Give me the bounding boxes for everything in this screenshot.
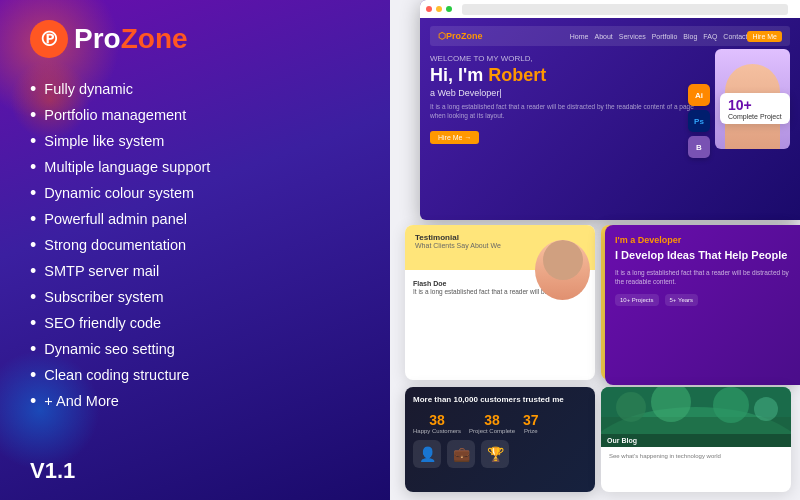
svg-point-5 (713, 387, 749, 423)
blog-image-overlay: Our Blog (601, 434, 791, 447)
stat-icon-row: 👤 💼 🏆 (413, 440, 587, 468)
feature-item: Dynamic seo setting (30, 340, 210, 358)
browser-mockup-main: ⬡ProZone Home About Services Portfolio B… (420, 0, 800, 220)
hire-me-nav-button[interactable]: Hire Me (747, 31, 782, 42)
nav-link-faq: FAQ (703, 33, 717, 40)
logo-post: Zone (121, 23, 188, 54)
dev-tag: I'm a Developer (615, 235, 790, 245)
stat-label-projects: Project Complete (469, 428, 515, 434)
feature-item: + And More (30, 392, 210, 410)
project-count-badge: 10+ Complete Project (720, 93, 790, 124)
hero-text-area: WELCOME TO MY WORLD, Hi, I'm Robert a We… (430, 54, 700, 144)
hero-section: WELCOME TO MY WORLD, Hi, I'm Robert a We… (430, 54, 790, 144)
feature-item: Powerfull admin panel (30, 210, 210, 228)
window-close-dot (426, 6, 432, 12)
photoshop-icon: Ps (688, 110, 710, 132)
illustrator-icon: Ai (688, 84, 710, 106)
mini-nav-links: Home About Services Portfolio Blog FAQ C… (570, 33, 748, 40)
version-badge: V1.1 (30, 458, 75, 484)
stat-icon-person: 👤 (413, 440, 441, 468)
nav-link-home: Home (570, 33, 589, 40)
logo-area: ℗ ProZone (30, 20, 188, 58)
feature-item: SMTP server mail (30, 262, 210, 280)
blog-title: Our Blog (607, 437, 785, 444)
nav-link-blog: Blog (683, 33, 697, 40)
reviewer-avatar (543, 240, 583, 280)
stat-icon-trophy: 🏆 (481, 440, 509, 468)
feature-item: Dynamic colour system (30, 184, 210, 202)
feature-item: Simple like system (30, 132, 210, 150)
feature-item: Subscriber system (30, 288, 210, 306)
dev-stat-years: 5+ Years (665, 294, 699, 306)
blog-subtitle: See what's happening in technology world (609, 452, 783, 460)
testimonial-person-avatar (535, 240, 590, 300)
logo-text: ProZone (74, 23, 188, 55)
stat-number-customers: 38 (413, 412, 461, 428)
feature-item: Clean coding structure (30, 366, 210, 384)
feature-item: Portfolio management (30, 106, 210, 124)
project-stats-title: More than 10,000 customers trusted me (413, 395, 587, 404)
hero-name: Robert (488, 65, 546, 85)
right-panel: ⬡ProZone Home About Services Portfolio B… (390, 0, 800, 500)
mini-navbar: ⬡ProZone Home About Services Portfolio B… (430, 26, 790, 46)
bootstrap-icon: B (688, 136, 710, 158)
app-icons-stack: Ai Ps B (688, 84, 710, 158)
stat-number-prize: 37 (523, 412, 539, 428)
feature-item: SEO friendly code (30, 314, 210, 332)
project-count-number: 10+ (728, 97, 782, 113)
stat-prize: 37 Prize (523, 412, 539, 434)
stat-label-customers: Happy Customers (413, 428, 461, 434)
browser-url-bar (462, 4, 788, 15)
left-panel: ℗ ProZone Fully dynamicPortfolio managem… (0, 0, 390, 500)
hero-right-area: Ai Ps B 10+ Complete Project (710, 54, 790, 144)
hero-small-text: WELCOME TO MY WORLD, (430, 54, 700, 63)
feature-item: Multiple language support (30, 158, 210, 176)
stat-icon-briefcase: 💼 (447, 440, 475, 468)
nav-link-portfolio: Portfolio (652, 33, 678, 40)
nav-link-services: Services (619, 33, 646, 40)
hero-description: It is a long established fact that a rea… (430, 102, 700, 120)
stat-label-prize: Prize (523, 428, 539, 434)
blog-card: Our Blog See what's happening in technol… (601, 387, 791, 492)
testimonial-card: Testimonial What Clients Say About We Fl… (405, 225, 595, 380)
logo-icon: ℗ (30, 20, 68, 58)
stat-projects: 38 Project Complete (469, 412, 515, 434)
dev-heading: I Develop Ideas That Help People (615, 248, 790, 262)
feature-item: Strong documentation (30, 236, 210, 254)
mini-nav-logo: ⬡ProZone (438, 31, 483, 41)
feature-item: Fully dynamic (30, 80, 210, 98)
logo-pre: Pro (74, 23, 121, 54)
stats-row: 38 Happy Customers 38 Project Complete 3… (413, 412, 587, 434)
stat-happy-customers: 38 Happy Customers (413, 412, 461, 434)
hero-hire-button[interactable]: Hire Me → (430, 131, 479, 144)
window-minimize-dot (436, 6, 442, 12)
project-count-label: Complete Project (728, 113, 782, 120)
dev-description: It is a long established fact that a rea… (615, 268, 790, 286)
hero-title: Hi, I'm Robert (430, 66, 700, 86)
features-list: Fully dynamicPortfolio managementSimple … (30, 80, 210, 418)
blog-image: Our Blog (601, 387, 791, 447)
dev-stat-projects: 10+ Projects (615, 294, 659, 306)
svg-point-3 (616, 392, 646, 422)
blog-body: See what's happening in technology world (601, 447, 791, 465)
browser-content: ⬡ProZone Home About Services Portfolio B… (420, 18, 800, 220)
developer-section-card: I'm a Developer I Develop Ideas That Hel… (605, 225, 800, 385)
testimonial-body: Flash Doe It is a long established fact … (405, 270, 595, 302)
window-maximize-dot (446, 6, 452, 12)
project-stats-card: More than 10,000 customers trusted me 38… (405, 387, 595, 492)
nav-link-contact: Contact (723, 33, 747, 40)
nav-link-about: About (595, 33, 613, 40)
dev-stats-row: 10+ Projects 5+ Years (615, 294, 790, 306)
browser-bar (420, 0, 800, 18)
third-row-cards: More than 10,000 customers trusted me 38… (390, 387, 800, 492)
svg-point-6 (754, 397, 778, 421)
stat-number-projects: 38 (469, 412, 515, 428)
hero-subtitle: a Web Developer| (430, 88, 700, 98)
hero-name-pre: Hi, I'm (430, 65, 488, 85)
